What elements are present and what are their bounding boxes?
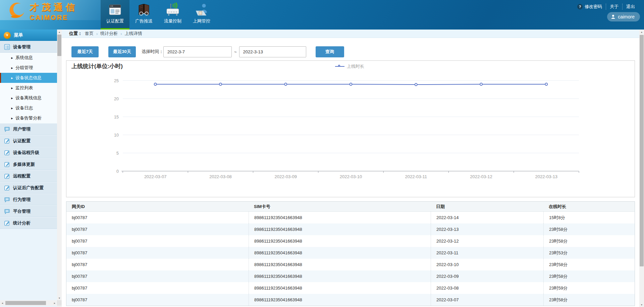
cell-sim-number: 89861119235041663948 <box>249 270 431 282</box>
top-link-1[interactable]: ?修改密码 <box>574 4 606 10</box>
sidebar-item-label: 系统信息 <box>15 55 33 61</box>
main-content: 位置： 首页›统计分析›上线详情 最近7天 最近30天 选择时间： ~ 查询 上… <box>62 30 639 307</box>
breadcrumb-item-3[interactable]: 上线详情 <box>125 31 142 37</box>
query-button[interactable]: 查询 <box>316 46 344 57</box>
sidebar-horizontal-scrollbar: ◄ ► <box>0 300 57 306</box>
nav-item-label: 上网管控 <box>193 18 210 24</box>
sidebar-item-1-7[interactable]: ▶设备告警分析 <box>0 113 57 123</box>
breadcrumb-separator: › <box>96 31 98 36</box>
top-links: ?修改密码关于退出 <box>574 4 639 10</box>
online-duration-table: 网关IDSIM卡号日期在线时长 bj0078789861119235041663… <box>66 201 635 306</box>
triangle-right-icon: ▶ <box>11 117 13 119</box>
svg-text:5: 5 <box>116 151 119 156</box>
cell-sim-number: 89861119235041663948 <box>249 282 431 294</box>
cell-sim-number: 89861119235041663948 <box>249 247 431 259</box>
sidebar-item-1-1[interactable]: ▶系统信息 <box>0 53 57 63</box>
scroll-left-arrow[interactable]: ◄ <box>0 300 5 306</box>
top-link-2[interactable]: 关于 <box>606 4 622 10</box>
sidebar-item-1-6[interactable]: ▶设备日志 <box>0 103 57 113</box>
cell-online-duration: 23时58分 <box>543 223 635 235</box>
sidebar-item-1-2[interactable]: ▶分组管理 <box>0 63 57 73</box>
last-7-days-button[interactable]: 最近7天 <box>71 46 99 57</box>
sidebar-group-4[interactable]: 设备远程升级 <box>0 147 57 158</box>
sidebar-group-9[interactable]: 平台管理 <box>0 205 57 217</box>
cell-date: 2022-03-12 <box>431 235 543 247</box>
nav-item-3[interactable]: 流量控制 <box>158 0 187 30</box>
sidebar-group-label: 多媒体更新 <box>13 161 35 167</box>
chat-icon <box>4 197 10 203</box>
column-header-date: 日期 <box>431 204 543 210</box>
sidebar-group-label: 认证配置 <box>13 138 31 144</box>
content-left-scrollbar: ▲ ▼ <box>57 30 62 307</box>
cell-gateway-id: bj00787 <box>66 239 249 244</box>
triangle-right-icon: ▶ <box>11 76 13 79</box>
time-range-label: 选择时间： <box>142 49 163 55</box>
scroll-up-arrow[interactable]: ▲ <box>57 30 62 34</box>
sidebar-group-7[interactable]: 认证后广告配置 <box>0 182 57 194</box>
cell-gateway-id: bj00787 <box>66 286 249 291</box>
breadcrumb-item-1[interactable]: 首页 <box>85 31 94 37</box>
table-row-7: bj00787898611192350416639482022-03-0823时… <box>66 282 635 294</box>
sidebar-item-label: 分组管理 <box>15 65 33 71</box>
edit-icon <box>4 185 10 191</box>
sidebar-menu-header[interactable]: ▼ 菜单 <box>0 30 57 41</box>
scroll-down-arrow[interactable]: ▼ <box>57 296 62 300</box>
user-menu[interactable]: caimore <box>607 12 640 21</box>
sidebar-item-label: 设备离线信息 <box>15 95 42 101</box>
top-link-3[interactable]: 退出 <box>622 4 639 10</box>
scroll-up-arrow[interactable]: ▲ <box>639 30 644 34</box>
date-to-input[interactable] <box>239 46 306 57</box>
breadcrumb-item-2[interactable]: 统计分析 <box>100 31 118 37</box>
sidebar-group-6[interactable]: 远程配置 <box>0 170 57 182</box>
nav-item-label: 认证配置 <box>106 18 124 24</box>
sidebar-group-1[interactable]: 设备管理 <box>0 41 57 53</box>
sidebar-item-1-3[interactable]: ▶设备状态信息 <box>0 73 57 83</box>
help-icon: ? <box>577 4 583 9</box>
edit-icon <box>4 138 10 144</box>
svg-text:0: 0 <box>116 169 119 174</box>
table-header-row: 网关IDSIM卡号日期在线时长 <box>66 202 635 212</box>
sidebar-group-8[interactable]: 行为管理 <box>0 194 57 205</box>
caimore-logo: 才茂通信 CAIMORE <box>7 1 78 21</box>
nav-item-2[interactable]: 广告推送 <box>129 0 158 30</box>
sidebar-group-label: 远程配置 <box>13 173 31 179</box>
nav-item-4[interactable]: 上网管控 <box>187 0 216 30</box>
brand-name: 才茂通信 <box>30 1 78 13</box>
scroll-right-arrow[interactable]: ► <box>52 300 57 306</box>
vertical-scroll-thumb[interactable] <box>57 35 61 56</box>
sidebar-item-1-5[interactable]: ▶设备离线信息 <box>0 93 57 103</box>
sidebar-group-5[interactable]: 多媒体更新 <box>0 158 57 170</box>
sidebar-group-3[interactable]: 认证配置 <box>0 135 57 147</box>
cell-online-duration: 23时59分 <box>543 282 635 294</box>
vertical-scroll-thumb[interactable] <box>640 35 644 266</box>
auth-config-icon <box>108 2 122 17</box>
date-from-input[interactable] <box>163 46 232 57</box>
svg-text:20: 20 <box>114 97 119 101</box>
horizontal-scroll-thumb[interactable] <box>5 301 46 305</box>
cell-date: 2022-03-10 <box>431 259 543 270</box>
breadcrumb-prefix: 位置： <box>69 31 82 37</box>
svg-text:2022-03-12: 2022-03-12 <box>470 174 492 179</box>
sidebar-group-label: 设备远程升级 <box>13 150 39 156</box>
cell-gateway-id: bj00787 <box>66 274 249 279</box>
sidebar-group-10[interactable]: 统计分析 <box>0 217 57 229</box>
scroll-down-arrow[interactable]: ▼ <box>639 302 644 307</box>
nav-item-1[interactable]: 认证配置 <box>101 0 129 30</box>
sidebar-group-label: 行为管理 <box>13 197 31 203</box>
cell-online-duration: 23时58分 <box>543 235 635 247</box>
triangle-right-icon: ▶ <box>11 107 13 109</box>
triangle-right-icon: ▶ <box>11 66 13 69</box>
last-30-days-button[interactable]: 最近30天 <box>108 46 136 57</box>
sidebar-group-2[interactable]: 用户管理 <box>0 123 57 135</box>
edit-icon <box>4 173 10 179</box>
table-row-3: bj00787898611192350416639482022-03-1223时… <box>66 235 635 247</box>
svg-text:2022-03-08: 2022-03-08 <box>209 174 232 179</box>
svg-text:2022-03-07: 2022-03-07 <box>144 174 167 179</box>
date-range-separator: ~ <box>234 49 237 54</box>
edit-icon <box>4 161 10 167</box>
ad-push-icon <box>137 2 151 17</box>
sidebar-item-1-4[interactable]: ▶监控列表 <box>0 83 57 93</box>
cell-gateway-id: bj00787 <box>66 250 249 255</box>
sidebar-subitems: ▶系统信息▶分组管理▶设备状态信息▶监控列表▶设备离线信息▶设备日志▶设备告警分… <box>0 53 57 123</box>
breadcrumb: 位置： 首页›统计分析›上线详情 <box>62 30 639 38</box>
